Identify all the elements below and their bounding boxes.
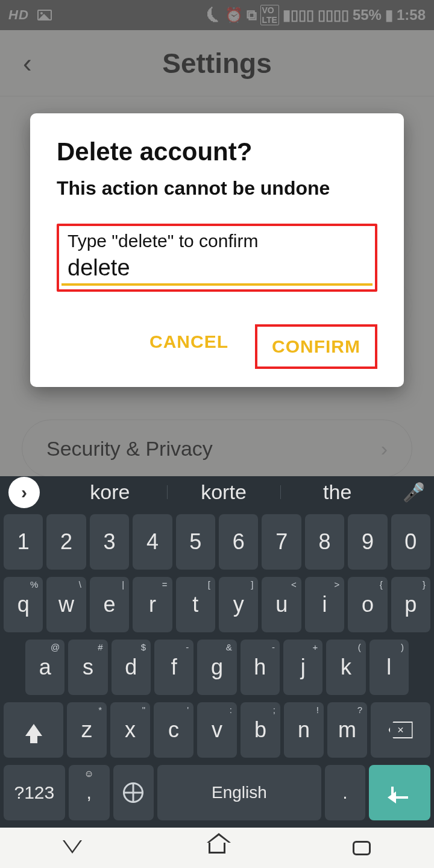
key-l[interactable]: l)	[370, 640, 409, 695]
suggestion-3[interactable]: the	[280, 480, 394, 504]
key-n[interactable]: n!	[284, 702, 324, 758]
soft-keyboard: › kore korte the 🎤 1234567890 q%w\e|r=t[…	[0, 476, 434, 828]
language-key[interactable]	[113, 765, 154, 820]
key-s[interactable]: s#	[68, 640, 107, 695]
period-key[interactable]: .	[325, 765, 366, 820]
key-q[interactable]: q%	[4, 577, 43, 632]
key-x[interactable]: x"	[110, 702, 150, 758]
key-b[interactable]: b;	[241, 702, 280, 758]
cancel-button[interactable]: CANCEL	[137, 324, 241, 369]
globe-icon	[123, 782, 143, 803]
dialog-subtitle: This action cannot be undone	[57, 177, 377, 200]
key-2[interactable]: 2	[46, 514, 86, 570]
input-label: Type "delete" to confirm	[68, 231, 366, 251]
key-6[interactable]: 6	[219, 514, 258, 570]
key-u[interactable]: u<	[262, 577, 301, 632]
key-y[interactable]: y]	[219, 577, 258, 632]
key-p[interactable]: p}	[391, 577, 430, 632]
emoji-comma-key[interactable]: ☺ ,	[69, 765, 110, 820]
key-r[interactable]: r=	[133, 577, 172, 632]
key-h[interactable]: h-	[241, 640, 280, 695]
expand-suggestions-button[interactable]: ›	[8, 477, 40, 508]
confirm-button-highlight: CONFIRM	[255, 324, 377, 369]
confirm-input[interactable]	[68, 251, 366, 289]
dialog-title: Delete account?	[57, 137, 377, 166]
key-k[interactable]: k(	[326, 640, 365, 695]
key-g[interactable]: g&	[197, 640, 236, 695]
key-4[interactable]: 4	[133, 514, 172, 570]
key-i[interactable]: i>	[305, 577, 344, 632]
key-7[interactable]: 7	[262, 514, 301, 570]
key-d[interactable]: d$	[112, 640, 151, 695]
key-8[interactable]: 8	[305, 514, 344, 570]
backspace-key[interactable]: ×	[371, 702, 430, 758]
shift-key[interactable]	[4, 702, 63, 758]
key-m[interactable]: m?	[327, 702, 367, 758]
key-1[interactable]: 1	[4, 514, 43, 570]
key-t[interactable]: t[	[176, 577, 215, 632]
key-3[interactable]: 3	[90, 514, 129, 570]
nav-back-button[interactable]	[62, 839, 83, 857]
suggestion-row: › kore korte the 🎤	[0, 476, 434, 508]
key-e[interactable]: e|	[90, 577, 129, 632]
nav-recent-button[interactable]	[351, 839, 372, 857]
suggestion-1[interactable]: kore	[53, 480, 167, 504]
space-key[interactable]: English	[157, 765, 321, 820]
key-c[interactable]: c'	[154, 702, 193, 758]
key-j[interactable]: j+	[283, 640, 322, 695]
enter-key[interactable]	[369, 765, 430, 820]
confirm-button[interactable]: CONFIRM	[260, 329, 373, 364]
confirm-input-wrapper[interactable]: Type "delete" to confirm	[57, 224, 377, 292]
nav-home-button[interactable]	[207, 839, 227, 857]
key-o[interactable]: o{	[348, 577, 387, 632]
key-5[interactable]: 5	[176, 514, 215, 570]
delete-account-dialog: Delete account? This action cannot be un…	[30, 113, 404, 387]
key-z[interactable]: z*	[67, 702, 107, 758]
key-9[interactable]: 9	[348, 514, 387, 570]
backspace-icon: ×	[389, 722, 413, 738]
symbols-key[interactable]: ?123	[4, 765, 65, 820]
system-nav-bar	[0, 828, 434, 868]
suggestion-2[interactable]: korte	[167, 480, 281, 504]
mic-icon[interactable]: 🎤	[401, 482, 426, 503]
key-f[interactable]: f-	[154, 640, 193, 695]
key-0[interactable]: 0	[391, 514, 430, 570]
key-w[interactable]: w\	[46, 577, 86, 632]
enter-icon	[391, 787, 408, 799]
key-a[interactable]: a@	[25, 640, 64, 695]
key-v[interactable]: v:	[197, 702, 237, 758]
